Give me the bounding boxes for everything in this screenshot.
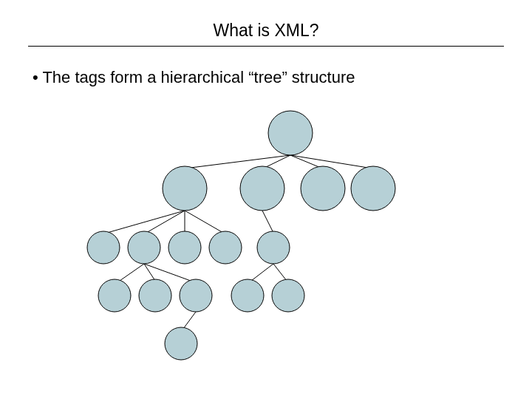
tree-edge bbox=[191, 155, 290, 168]
tree-edge bbox=[251, 264, 273, 281]
tree-node bbox=[180, 279, 212, 312]
tree-node bbox=[231, 279, 264, 312]
tree-edge bbox=[120, 264, 144, 281]
tree-node bbox=[268, 111, 313, 155]
slide: What is XML? • The tags form a hierarchi… bbox=[0, 0, 532, 399]
tree-edge bbox=[144, 264, 191, 281]
tree-edge bbox=[185, 211, 223, 233]
tree-edge bbox=[290, 155, 368, 168]
tree-node bbox=[128, 231, 160, 264]
tree-edge bbox=[144, 264, 155, 281]
tree-edge bbox=[290, 155, 321, 168]
tree-node bbox=[87, 231, 120, 264]
tree-edge bbox=[146, 211, 185, 233]
tree-node bbox=[240, 166, 284, 211]
tree-node bbox=[351, 166, 395, 211]
tree-diagram bbox=[0, 103, 532, 399]
bullet-text: • The tags form a hierarchical “tree” st… bbox=[33, 68, 355, 87]
tree-edge bbox=[262, 211, 273, 233]
tree-node bbox=[301, 166, 345, 211]
tree-edge bbox=[183, 312, 196, 329]
tree-node bbox=[98, 279, 131, 312]
slide-title: What is XML? bbox=[0, 21, 532, 41]
tree-node bbox=[272, 279, 304, 312]
tree-node bbox=[257, 231, 290, 264]
tree-edge bbox=[107, 211, 185, 233]
title-underline bbox=[28, 46, 504, 47]
tree-node bbox=[168, 231, 201, 264]
tree-node bbox=[163, 166, 207, 211]
tree-node bbox=[139, 279, 171, 312]
tree-edge bbox=[273, 264, 287, 281]
tree-node bbox=[165, 327, 197, 360]
tree-node bbox=[209, 231, 242, 264]
